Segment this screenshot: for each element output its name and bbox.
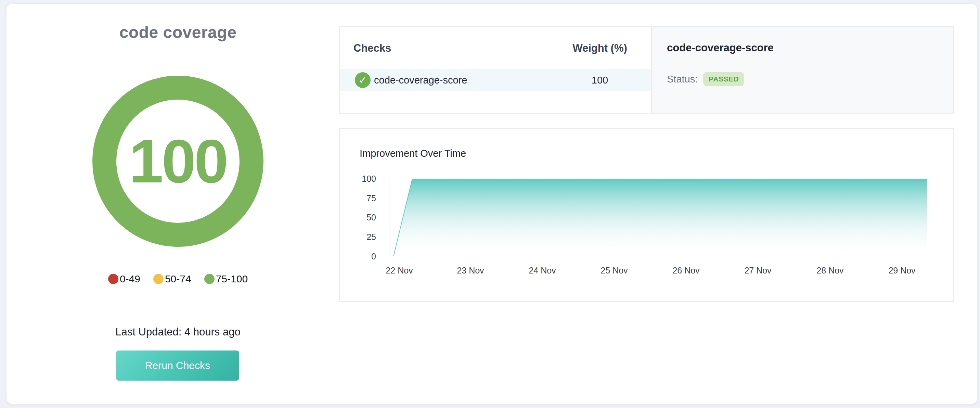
check-name: code-coverage-score [374,69,467,91]
x-tick-25nov: 25 Nov [590,265,638,276]
legend-dot-red-icon [108,274,118,284]
x-tick-22nov: 22 Nov [375,265,423,276]
x-tick-29nov: 29 Nov [878,265,926,276]
check-circle-icon: ✓ [355,72,371,88]
legend-dot-green-icon [204,274,215,284]
rerun-checks-button[interactable]: Rerun Checks [116,351,239,381]
legend-label: 75-100 [216,273,248,285]
checks-column-header: Checks [353,41,391,55]
detail-panel-title: code-coverage-score [667,41,774,55]
y-tick-25: 25 [353,232,376,242]
status-badge: PASSED [703,72,744,86]
legend-label: 50-74 [165,273,191,285]
checks-table-card: Checks Weight (%) ✓ code-coverage-score … [339,26,652,114]
area-chart-plot [390,178,927,257]
last-updated-text: Last Updated: 4 hours ago [41,326,315,338]
x-tick-27nov: 27 Nov [734,265,782,276]
score-value: 100 [129,131,226,192]
table-row-code-coverage-score[interactable]: ✓ code-coverage-score 100 [340,69,651,91]
x-tick-26nov: 26 Nov [662,265,710,276]
y-tick-100: 100 [353,174,376,184]
y-tick-50: 50 [353,212,376,223]
score-legend: 0-49 50-74 75-100 [41,273,315,285]
legend-item-mid: 50-74 [153,273,191,285]
legend-dot-yellow-icon [153,274,164,284]
x-tick-28nov: 28 Nov [806,265,854,276]
x-tick-23nov: 23 Nov [447,265,495,276]
check-weight-value: 100 [566,69,634,91]
improvement-chart-card: Improvement Over Time 100 75 50 25 0 22 … [339,128,954,302]
y-tick-75: 75 [353,193,376,203]
x-tick-24nov: 24 Nov [519,265,566,276]
check-detail-panel: code-coverage-score Status: PASSED [652,26,954,114]
y-tick-0: 0 [353,251,376,261]
legend-label: 0-49 [120,273,140,285]
status-label: Status: [667,73,698,85]
status-row: Status: PASSED [667,70,744,88]
dashboard-card: code coverage 100 0-49 50-74 75-100 Last… [6,3,978,404]
score-gauge: 100 [92,76,264,247]
page-title: code coverage [75,23,281,42]
area-series-fill [393,178,927,257]
legend-item-low: 0-49 [108,273,140,285]
chart-title: Improvement Over Time [360,148,466,159]
legend-item-high: 75-100 [204,273,248,285]
weight-column-header: Weight (%) [566,41,634,55]
